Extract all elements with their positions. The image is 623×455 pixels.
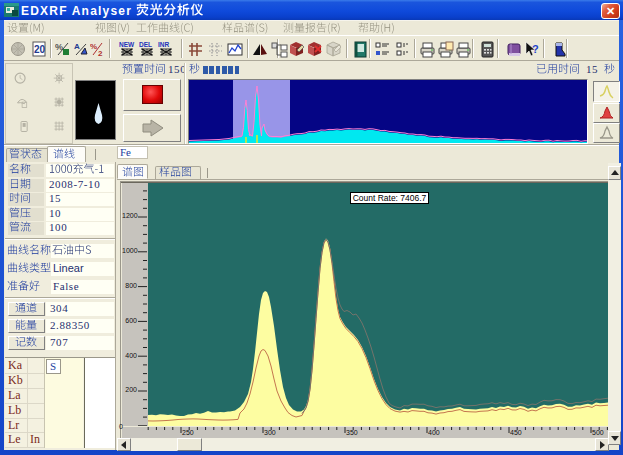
svg-text:INR: INR — [158, 41, 170, 48]
svg-text:A: A — [74, 42, 80, 51]
svg-text:%: % — [90, 42, 97, 51]
svg-text:DEL: DEL — [139, 41, 152, 48]
svg-text:NEW: NEW — [119, 41, 135, 48]
svg-text:20: 20 — [34, 44, 46, 55]
svg-text:2: 2 — [98, 49, 103, 58]
svg-text:?: ? — [532, 43, 539, 55]
